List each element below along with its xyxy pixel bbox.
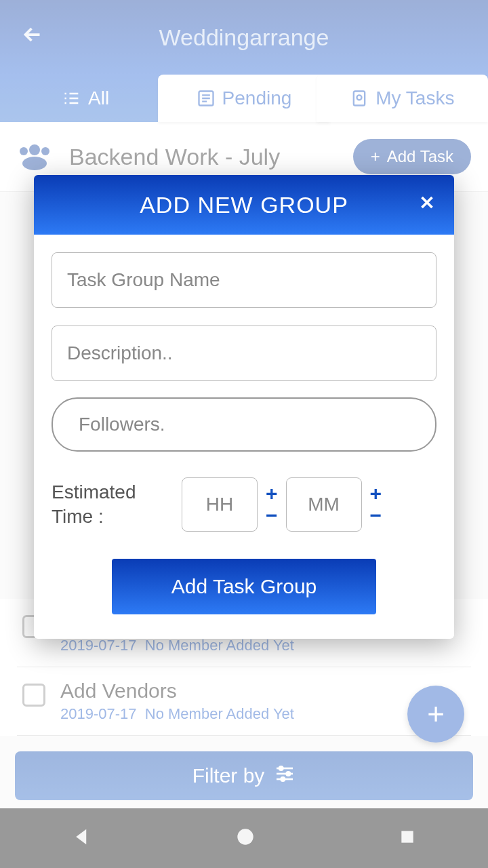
description-input[interactable] [52,326,436,381]
hours-plus-icon[interactable]: + [266,484,278,504]
hours-input[interactable] [182,477,258,532]
close-icon[interactable] [417,192,437,218]
group-name-input[interactable] [52,252,436,308]
minutes-stepper: + − [370,484,382,526]
hours-stepper: + − [266,484,278,526]
estimated-time-label: Estimated Time : [52,480,174,530]
minutes-plus-icon[interactable]: + [370,484,382,504]
hours-minus-icon[interactable]: − [266,505,278,526]
minutes-minus-icon[interactable]: − [370,505,382,526]
modal-title: ADD NEW GROUP [140,192,348,218]
minutes-input[interactable] [286,477,362,532]
modal-header: ADD NEW GROUP [34,175,454,235]
add-task-group-button[interactable]: Add Task Group [112,559,376,614]
modal-overlay[interactable]: ADD NEW GROUP Estimated Time : + − [0,0,488,868]
estimated-time-row: Estimated Time : + − + − [52,477,436,532]
modal-body: Estimated Time : + − + − Add Task Group [34,235,454,639]
add-group-modal: ADD NEW GROUP Estimated Time : + − [34,175,454,639]
followers-input[interactable] [52,397,436,452]
